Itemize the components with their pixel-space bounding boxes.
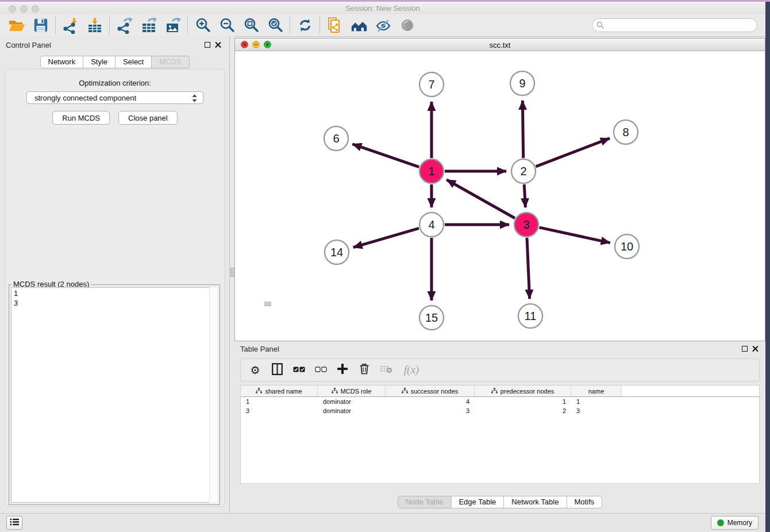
graph-edge-2-9[interactable] xyxy=(522,101,523,158)
graph-edge-1-6[interactable] xyxy=(352,144,419,167)
table-cell[interactable]: 1 xyxy=(241,398,318,405)
titlebar: Session: New Session xyxy=(0,2,765,15)
tab-motifs[interactable]: Motifs xyxy=(567,496,602,508)
open-session-button[interactable] xyxy=(5,16,29,35)
table-settings-button[interactable]: ⚙ xyxy=(249,363,261,377)
close-panel-icon[interactable] xyxy=(752,345,759,352)
unselect-all-columns-button[interactable] xyxy=(314,363,327,377)
table-cell[interactable]: 4 xyxy=(386,398,475,405)
mcds-home-button[interactable] xyxy=(347,16,371,35)
tab-node-table[interactable]: Node Table xyxy=(398,496,452,508)
task-history-button[interactable] xyxy=(6,516,22,530)
tab-style[interactable]: Style xyxy=(83,56,116,68)
graph-node-2[interactable]: 2 xyxy=(511,159,536,183)
table-cell[interactable]: 1 xyxy=(571,398,622,405)
export-network-button[interactable] xyxy=(113,16,137,35)
import-network-button[interactable] xyxy=(59,16,83,35)
tab-mcds[interactable]: MCDS xyxy=(152,56,189,68)
graph-node-11[interactable]: 11 xyxy=(518,304,542,328)
graph-edge-2-8[interactable] xyxy=(536,138,609,167)
search-input[interactable] xyxy=(592,18,757,32)
import-table-button[interactable] xyxy=(83,16,107,35)
zoom-out-button[interactable] xyxy=(215,16,239,35)
tab-network[interactable]: Network xyxy=(40,56,83,68)
mcds-result-text[interactable]: 13 xyxy=(11,287,218,503)
graph-node-8[interactable]: 8 xyxy=(614,120,638,144)
refresh-button[interactable] xyxy=(293,16,317,35)
column-label: successor nodes xyxy=(411,388,459,395)
graph-edge-4-14[interactable] xyxy=(353,228,419,247)
table-row[interactable]: 3dominator323 xyxy=(241,406,759,415)
memory-button[interactable]: Memory xyxy=(711,516,759,530)
graph-edge-3-1[interactable] xyxy=(446,180,515,218)
result-scrollbar[interactable] xyxy=(209,287,218,503)
table-cell[interactable]: 1 xyxy=(475,398,571,405)
select-all-columns-button[interactable] xyxy=(292,363,305,377)
mcds-result-group: MCDS result (2 nodes) 13 xyxy=(9,284,220,505)
graph-node-15[interactable]: 15 xyxy=(419,306,444,330)
open-folder-icon xyxy=(8,17,25,34)
float-panel-icon[interactable] xyxy=(742,346,748,352)
mcds-buttons-row: Run MCDS Close panel xyxy=(5,111,225,125)
network-canvas[interactable]: 7968124314101511 xyxy=(235,51,765,341)
graph-edge-3-10[interactable] xyxy=(539,228,610,243)
delete-column-button[interactable] xyxy=(358,363,371,377)
graph-node-4[interactable]: 4 xyxy=(419,213,444,237)
export-image-button[interactable] xyxy=(161,16,185,35)
table-row[interactable]: 1dominator411 xyxy=(241,397,759,406)
delete-table-button[interactable] xyxy=(380,363,392,377)
table-cell[interactable]: 3 xyxy=(386,407,475,414)
graph-node-9[interactable]: 9 xyxy=(510,71,534,95)
show-all-button[interactable] xyxy=(395,16,419,35)
close-panel-icon[interactable] xyxy=(215,41,221,48)
column-label: shared name xyxy=(265,388,302,395)
horizontal-splitter-grip[interactable] xyxy=(264,302,271,306)
graph: 7968124314101511 xyxy=(235,51,765,341)
save-floppy-icon xyxy=(33,17,49,33)
table-cell[interactable]: dominator xyxy=(318,407,386,414)
tab-edge-table[interactable]: Edge Table xyxy=(451,496,504,508)
network-window-title: scc.txt xyxy=(235,41,765,49)
graph-node-6[interactable]: 6 xyxy=(324,126,348,151)
eyeball-icon xyxy=(399,17,415,33)
tab-network-table[interactable]: Network Table xyxy=(504,496,567,508)
table-cell[interactable]: dominator xyxy=(318,398,386,405)
column-header-name[interactable]: name xyxy=(571,385,622,396)
graph-node-14[interactable]: 14 xyxy=(325,240,349,264)
close-panel-button[interactable]: Close panel xyxy=(118,111,178,125)
hide-selected-button[interactable] xyxy=(371,16,395,35)
run-mcds-button[interactable]: Run MCDS xyxy=(52,111,110,125)
graph-node-10[interactable]: 10 xyxy=(615,234,639,259)
network-window-titlebar[interactable]: scc.txt xyxy=(235,38,765,51)
function-builder-button[interactable]: f(x) xyxy=(402,363,421,377)
column-header-successor-nodes[interactable]: successor nodes xyxy=(386,385,475,396)
graph-node-1[interactable]: 1 xyxy=(419,159,444,183)
network-from-selection-button[interactable] xyxy=(323,16,347,35)
list-icon xyxy=(10,518,19,528)
tab-select[interactable]: Select xyxy=(116,56,152,68)
column-header-predecessor-nodes[interactable]: predecessor nodes xyxy=(475,385,571,396)
show-columns-button[interactable] xyxy=(271,363,283,377)
export-table-button[interactable] xyxy=(137,16,161,35)
vertical-splitter[interactable] xyxy=(230,36,234,513)
table-cell[interactable]: 3 xyxy=(241,407,318,414)
criterion-dropdown[interactable]: strongly connected component xyxy=(26,91,203,104)
graph-node-3[interactable]: 3 xyxy=(514,213,538,237)
zoom-fit-button[interactable] xyxy=(239,16,263,35)
table-cell[interactable]: 3 xyxy=(571,407,622,414)
zoom-in-icon xyxy=(194,17,211,34)
svg-text:4: 4 xyxy=(428,218,434,231)
graph-edge-3-11[interactable] xyxy=(527,238,530,299)
zoom-selected-button[interactable] xyxy=(263,16,287,35)
save-session-button[interactable] xyxy=(29,16,53,35)
create-column-button[interactable] xyxy=(336,363,349,377)
table-cell[interactable]: 2 xyxy=(475,407,571,414)
float-panel-icon[interactable] xyxy=(205,42,210,48)
graph-edge-2-3[interactable] xyxy=(524,184,525,207)
screen: Session: New Session xyxy=(0,0,770,532)
column-header-shared-name[interactable]: shared name xyxy=(241,385,318,396)
column-header-mcds-role[interactable]: MCDS role xyxy=(318,385,386,396)
zoom-in-button[interactable] xyxy=(191,16,215,35)
status-bar: Memory xyxy=(0,513,765,532)
graph-node-7[interactable]: 7 xyxy=(419,72,444,97)
